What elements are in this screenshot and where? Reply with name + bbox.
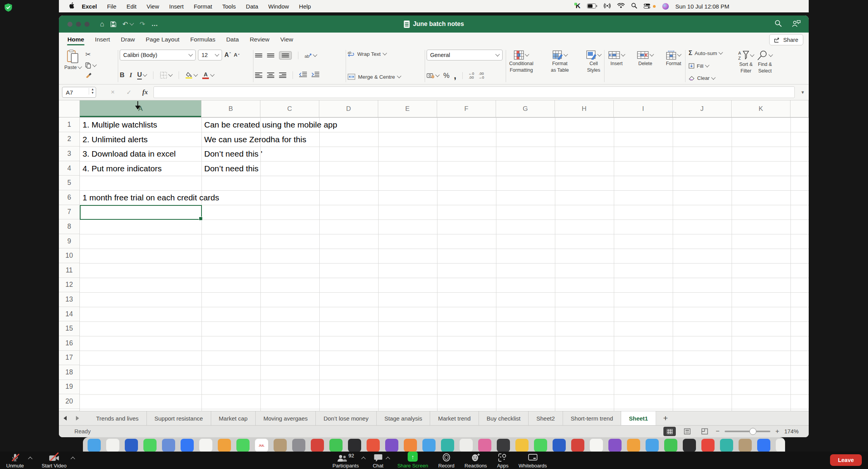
sheet-tab-market-cap[interactable]: Market cap [211, 411, 256, 425]
ribbon-tab-draw[interactable]: Draw [115, 33, 140, 47]
siri-icon[interactable] [662, 3, 669, 10]
menu-item-format[interactable]: Format [189, 3, 217, 10]
align-center-icon[interactable] [267, 72, 274, 78]
menu-item-data[interactable]: Data [241, 3, 264, 10]
ribbon-tab-formulas[interactable]: Formulas [185, 33, 221, 47]
cell-B2[interactable]: We can use Zerodha for this [204, 132, 306, 147]
dock-app-icon-28[interactable] [590, 439, 603, 452]
row-header-18[interactable]: 18 [59, 365, 79, 380]
increase-font-icon[interactable]: A⌃ [224, 52, 231, 59]
menu-item-excel[interactable]: Excel [77, 3, 102, 10]
row-header-9[interactable]: 9 [59, 234, 79, 249]
dock-app-icon-21[interactable] [460, 439, 473, 452]
zoom-slider[interactable] [725, 431, 770, 432]
dock-app-icon-11[interactable] [274, 439, 287, 452]
insert-function-icon[interactable]: fx [142, 88, 148, 96]
row-headers[interactable]: 1234567891011121314151617181920 [59, 117, 80, 411]
dock-app-icon-22[interactable] [478, 439, 491, 452]
confirm-entry-icon[interactable]: ✓ [126, 89, 131, 96]
chat-chevron[interactable] [386, 457, 390, 461]
bold-button[interactable]: B [120, 71, 124, 79]
worksheet-grid[interactable]: ABCDEFGHIJK 1234567891011121314151617181… [59, 100, 809, 411]
format-painter-icon[interactable] [85, 72, 96, 79]
dock-app-icon-10[interactable]: JUL [255, 439, 268, 452]
dock-app-icon-6[interactable] [181, 439, 194, 452]
row-header-3[interactable]: 3 [59, 147, 79, 161]
row-header-6[interactable]: 6 [59, 190, 79, 205]
dock-app-icon-19[interactable] [422, 439, 436, 452]
dock-app-icon-3[interactable] [125, 439, 138, 452]
column-header-B[interactable]: B [202, 100, 260, 117]
align-middle-icon[interactable] [267, 53, 274, 57]
zoom-out-icon[interactable]: − [716, 428, 720, 435]
name-box-spinner[interactable]: ▲▼ [89, 88, 94, 95]
cell-B3[interactable]: Don’t need this ' [204, 147, 262, 161]
participants-button[interactable]: 92 Participants [332, 453, 359, 469]
ribbon-tab-view[interactable]: View [275, 33, 298, 47]
row-header-8[interactable]: 8 [59, 219, 79, 234]
dock-app-icon-5[interactable] [162, 439, 175, 452]
home-view-icon[interactable]: ⌂ [100, 20, 104, 28]
decrease-decimal-icon[interactable]: ←0.00 [468, 72, 474, 79]
underline-button[interactable]: U [137, 71, 146, 79]
row-header-13[interactable]: 13 [59, 292, 79, 307]
row-header-16[interactable]: 16 [59, 336, 79, 351]
dock-app-icon-31[interactable] [646, 439, 659, 452]
align-bottom-icon[interactable] [279, 51, 292, 60]
dock-app-icon-25[interactable] [534, 439, 547, 452]
menu-bar-clock[interactable]: Sun 10 Jul 12:08 PM [675, 3, 729, 10]
dock-app-icon-13[interactable] [311, 439, 324, 452]
ribbon-tab-data[interactable]: Data [221, 33, 245, 47]
dock-app-icon-24[interactable] [515, 439, 529, 452]
more-commands-icon[interactable]: … [151, 20, 158, 28]
participants-chevron[interactable] [361, 457, 365, 461]
add-sheet-button[interactable]: + [656, 411, 675, 425]
italic-button[interactable]: I [129, 71, 132, 79]
dock-app-icon-23[interactable] [497, 439, 510, 452]
fill-color-button[interactable] [186, 72, 197, 79]
column-header-F[interactable]: F [437, 100, 496, 117]
decrease-font-icon[interactable]: A⌄ [234, 52, 240, 58]
fill-handle[interactable] [199, 217, 203, 221]
row-header-10[interactable]: 10 [59, 248, 79, 263]
cut-icon[interactable]: ✂ [85, 50, 96, 59]
menu-item-view[interactable]: View [141, 3, 164, 10]
ribbon-tab-review[interactable]: Review [244, 33, 275, 47]
row-header-1[interactable]: 1 [59, 117, 79, 132]
page-break-view-button[interactable] [698, 427, 711, 436]
align-right-icon[interactable] [279, 72, 286, 78]
page-layout-view-button[interactable] [681, 427, 693, 436]
conditional-formatting-button[interactable]: Conditional Formatting [509, 50, 534, 83]
align-left-icon[interactable] [255, 72, 262, 78]
undo-button[interactable]: ↶ [122, 20, 133, 28]
cell-A1[interactable]: 1. Multiple watchlists [83, 117, 157, 132]
reactions-button[interactable]: Reactions [465, 453, 487, 469]
dock-app-icon-29[interactable] [608, 439, 622, 452]
spotlight-icon[interactable] [631, 3, 637, 10]
increase-indent-icon[interactable] [312, 72, 319, 79]
row-header-12[interactable]: 12 [59, 278, 79, 293]
cell-styles-button[interactable]: Cell Styles [586, 50, 601, 83]
wrap-text-button[interactable]: ab Wrap Text [348, 51, 423, 57]
record-button[interactable]: Record [438, 453, 455, 469]
control-center-icon[interactable] [644, 3, 650, 10]
column-headers[interactable]: ABCDEFGHIJK [59, 100, 809, 117]
cell-A3[interactable]: 3. Download data in excel [83, 147, 176, 161]
apple-logo-icon[interactable] [69, 2, 74, 10]
zoom-slider-thumb[interactable] [749, 428, 756, 435]
sheet-tab-buy-checklist[interactable]: Buy checklist [479, 411, 529, 425]
row-header-2[interactable]: 2 [59, 132, 79, 147]
dock-app-icon-17[interactable] [385, 439, 398, 452]
unmute-button[interactable]: Unmute [6, 453, 24, 469]
merge-centre-button[interactable]: Merge & Centre [348, 74, 423, 80]
comments-people-icon[interactable] [792, 20, 801, 29]
dock-app-icon-27[interactable] [571, 439, 584, 452]
align-top-icon[interactable] [255, 53, 262, 57]
ribbon-tab-home[interactable]: Home [62, 33, 90, 47]
dock-app-icon-1[interactable] [88, 439, 101, 452]
battery-icon[interactable] [587, 3, 597, 10]
dock-app-icon-35[interactable] [720, 439, 733, 452]
dock-app-icon-2[interactable] [106, 439, 119, 452]
cell-A2[interactable]: 2. Unlimited alerts [83, 132, 148, 147]
dock-app-icon-4[interactable] [143, 439, 157, 452]
